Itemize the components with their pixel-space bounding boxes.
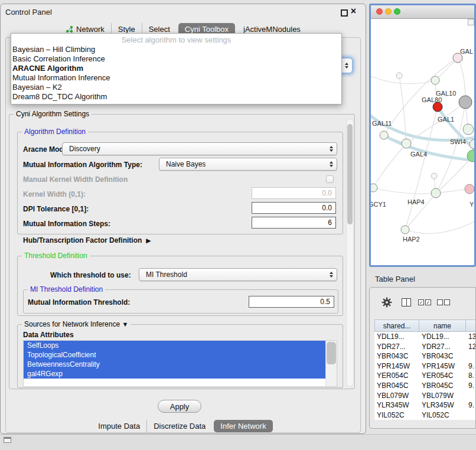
network-node[interactable] (459, 96, 472, 109)
tab-label: Infer Network (220, 422, 266, 431)
table-row[interactable]: YDL19... YDL19... 13 (374, 332, 476, 342)
attribute-rows: SelfLoopsTopologicalCoefficientBetweenne… (24, 341, 325, 386)
algorithm-option[interactable]: Bayesian – Hill Climbing (11, 45, 341, 54)
mi-algorithm-type-select[interactable]: Naive Bayes (159, 158, 337, 171)
network-edge[interactable] (373, 188, 436, 194)
group-title: Cyni Algorithm Settings (14, 110, 92, 119)
tab-impute-data[interactable]: Impute Data (92, 420, 146, 432)
network-node[interactable] (431, 76, 439, 84)
columns-icon[interactable] (402, 298, 411, 306)
traffic-light-minimize-icon[interactable] (385, 8, 392, 15)
network-edge[interactable] (373, 144, 406, 188)
algorithm-option[interactable]: Bayesian – K2 (11, 83, 341, 92)
network-window-titlebar[interactable] (371, 5, 474, 19)
table-row[interactable]: YPR145W YPR145W 9. (374, 361, 476, 371)
tab-label: Cyni Toolbox (185, 25, 229, 34)
node-label: GCY1 (371, 201, 386, 208)
algorithm-option[interactable]: Basic Correlation Inference (11, 54, 341, 64)
tab-label: Select (149, 25, 170, 34)
table-row[interactable]: YLR345W YLR345W 9. (374, 400, 476, 410)
apply-button[interactable]: Apply (158, 400, 201, 413)
dpi-tolerance-label: DPI Tolerance [0,1]: (23, 205, 89, 213)
network-canvas[interactable]: GALGAL80GAL10GAL11GAL1SWI4GAL4GCY1HAP4HA… (371, 19, 474, 266)
network-node[interactable] (463, 124, 474, 135)
canvas-scroll-corner[interactable] (468, 19, 474, 25)
traffic-light-zoom-icon[interactable] (394, 8, 400, 15)
table-row[interactable]: YBR045C YBR045C 9. (374, 381, 476, 391)
table-row[interactable]: YER054C YER054C 8. (374, 371, 476, 381)
select-all-checkboxes-icon[interactable]: ✓ ✓ (418, 299, 431, 305)
caret-right-icon: ▶ (146, 237, 151, 244)
manual-kernel-width-checkbox[interactable] (326, 175, 334, 183)
column-header-extra[interactable] (466, 319, 476, 332)
traffic-light-close-icon[interactable] (376, 8, 383, 15)
settings-scrollbar-thumb[interactable] (347, 124, 353, 224)
algorithm-option[interactable]: ARACNE Algorithm (11, 64, 341, 73)
spinner-arrows-icon (330, 161, 333, 167)
column-header-shared-name[interactable]: shared... (374, 319, 419, 332)
cell-shared-name: YER054C (374, 371, 419, 381)
network-edge[interactable] (405, 107, 438, 230)
group-title: Algorithm Definition (22, 128, 88, 136)
attribute-item[interactable]: SelfLoops (24, 341, 325, 350)
table-row[interactable]: YIL052C YIL052C (374, 410, 476, 420)
network-node[interactable] (433, 102, 442, 112)
table-row[interactable]: YDR27... YDR27... 12 (374, 342, 476, 352)
table-panel-window: ✓ ✓ shared... name YDL19... YDL19... 13 … (369, 287, 476, 429)
cell-shared-name: YBL079W (374, 391, 419, 401)
tab-discretize-data[interactable]: Discretize Data (146, 420, 212, 432)
mi-threshold-input[interactable]: 0.5 (249, 296, 334, 308)
spinner-arrows-icon (330, 146, 333, 152)
node-label: GAL4 (410, 151, 427, 158)
network-node[interactable] (431, 188, 441, 198)
float-window-icon[interactable] (341, 9, 348, 17)
attribute-item[interactable]: BetweennessCentrality (24, 360, 325, 369)
deselect-all-checkboxes-icon[interactable] (437, 299, 450, 305)
network-node[interactable] (371, 184, 377, 192)
cell-extra: 13 (466, 332, 476, 342)
network-node[interactable] (402, 139, 411, 148)
close-icon[interactable]: × (351, 6, 356, 17)
gear-icon[interactable] (382, 297, 392, 308)
table-row[interactable]: YBL079W YBL079W (374, 391, 476, 401)
network-node[interactable] (431, 173, 437, 179)
settings-scrollbar[interactable] (346, 119, 354, 387)
table-row[interactable]: YBR043C YBR043C (374, 351, 476, 361)
attribute-list: SelfLoopsTopologicalCoefficientBetweenne… (23, 340, 337, 387)
cell-shared-name: YLR345W (374, 400, 419, 410)
sources-toggle[interactable]: Sources for Network Inference ▼ (22, 320, 131, 329)
cell-name: YPR145W (419, 361, 466, 371)
network-node[interactable] (396, 73, 402, 79)
selected-value: Discovery (69, 145, 100, 153)
attribute-item[interactable]: gal4RGexp (24, 369, 325, 379)
algorithm-option[interactable]: Mutual Information Inference (11, 73, 341, 83)
tab-infer-network[interactable]: Infer Network (214, 420, 272, 432)
dpi-tolerance-input[interactable]: 0.0 (252, 202, 336, 214)
cell-name: YLR345W (419, 400, 466, 410)
network-node[interactable] (380, 131, 388, 139)
cell-name: YER054C (419, 371, 466, 381)
aracne-mode-select[interactable]: Discovery (62, 142, 337, 155)
mini-panel-icon[interactable] (4, 437, 11, 443)
attribute-item[interactable]: TopologicalCoefficient (24, 350, 325, 360)
attribute-list-scrollbar[interactable] (325, 341, 337, 386)
attribute-list-scrollbar-thumb[interactable] (327, 342, 336, 364)
network-node[interactable] (401, 226, 409, 234)
network-edge[interactable] (405, 220, 474, 234)
hub-definition-toggle[interactable]: Hub/Transcription Factor Definition ▶ (23, 236, 151, 244)
kernel-width-input[interactable]: 0.0 (252, 187, 336, 199)
column-header-name[interactable]: name (419, 319, 466, 332)
cell-shared-name: YPR145W (374, 361, 419, 371)
tab-label: jActiveMNodules (243, 25, 301, 34)
network-node[interactable] (470, 139, 474, 149)
cell-name: YBR043C (419, 351, 466, 361)
which-threshold-select[interactable]: MI Threshold (139, 268, 337, 281)
network-node[interactable] (465, 184, 474, 194)
cell-extra (466, 351, 476, 361)
mi-steps-input[interactable]: 6 (252, 217, 336, 229)
network-edge[interactable] (436, 189, 470, 193)
network-edge[interactable] (371, 75, 435, 84)
algorithm-option[interactable]: Dream8 DC_TDC Algorithm (11, 92, 341, 102)
sources-title: Sources for Network Inference (24, 320, 120, 328)
network-tab-icon (66, 25, 73, 33)
